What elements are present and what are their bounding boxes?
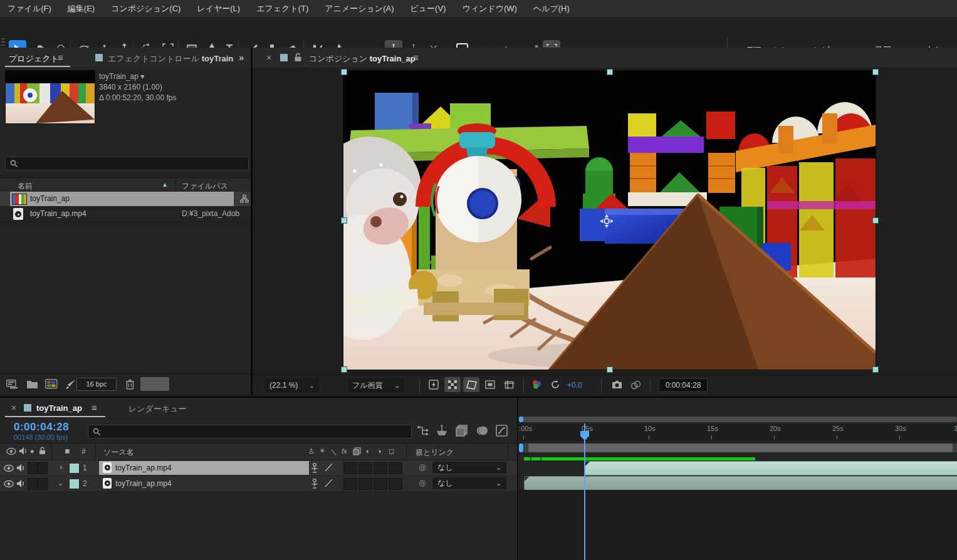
comp-mini-flowchart-icon[interactable] — [417, 425, 429, 436]
selection-handle-bottom-left[interactable] — [341, 366, 347, 373]
layer-3d-cell[interactable] — [389, 478, 402, 490]
selection-handle-top-left[interactable] — [341, 69, 347, 75]
menu-window[interactable]: ウィンドウ(W) — [462, 3, 516, 14]
project-row-comp[interactable]: toyTrain_ap — [0, 192, 251, 206]
reset-exposure-icon[interactable] — [547, 377, 563, 392]
number-column[interactable]: # — [81, 447, 86, 456]
adjustment-column-icon[interactable]: ◑ — [377, 447, 382, 455]
menu-effect[interactable]: エフェクト(T) — [256, 3, 308, 14]
project-settings-icon[interactable] — [65, 379, 76, 390]
panel-resize-swatch[interactable] — [140, 377, 169, 391]
mask-visibility-icon[interactable] — [463, 377, 479, 392]
lock-column-icon[interactable] — [39, 447, 46, 455]
collapse-column-icon[interactable]: ✳ — [320, 447, 325, 454]
bit-depth-button[interactable]: 16 bpc — [76, 378, 117, 391]
fast-previews-icon[interactable] — [426, 377, 442, 392]
lock-icon[interactable] — [294, 53, 302, 62]
work-area-bar[interactable] — [524, 443, 957, 452]
tab-timeline-comp[interactable]: toyTrain_ap — [36, 403, 82, 413]
motion-blur-icon[interactable] — [476, 425, 488, 436]
motion-blur-column-icon[interactable]: ◐ — [366, 447, 370, 455]
label-column-icon[interactable]: ◆ — [61, 446, 71, 456]
layer-quality-icon[interactable]: ／ — [325, 462, 333, 473]
snapshot-icon[interactable] — [609, 377, 625, 392]
comp-tab-label[interactable]: コンポジション toyTrain_ap — [309, 53, 416, 65]
menu-animation[interactable]: アニメーション(A) — [325, 3, 394, 14]
timeline-search-input[interactable] — [88, 425, 412, 438]
sort-asc-icon[interactable]: ▲ — [162, 181, 168, 188]
fx-column-icon[interactable]: fx — [342, 447, 347, 455]
parent-pickwhip-icon[interactable]: ◎ — [419, 462, 426, 472]
layer-video-eye-icon[interactable] — [4, 465, 14, 472]
selection-handle-bottom-right[interactable] — [872, 366, 879, 373]
tab-project[interactable]: プロジェクト — [9, 53, 59, 65]
selection-handle-mid-left[interactable] — [341, 217, 347, 224]
selection-handle-bottom-center[interactable] — [607, 366, 613, 373]
trash-icon[interactable] — [125, 379, 135, 390]
layer-name-cell[interactable]: toyTrain_ap.mp4 — [99, 461, 309, 475]
parent-dropdown[interactable]: なし⌄ — [432, 462, 506, 474]
layer-1-duration-bar[interactable] — [585, 461, 957, 475]
solo-column-icon[interactable]: ● — [30, 447, 34, 455]
selection-handle-top-center[interactable] — [607, 69, 613, 75]
video-column-icon[interactable] — [6, 448, 16, 455]
tab-effect-controls[interactable]: エフェクトコントロール toyTrain_ap. — [108, 53, 233, 65]
layer-label-color[interactable] — [69, 463, 80, 474]
layer-audio-icon[interactable] — [16, 479, 24, 488]
footage-title[interactable]: toyTrain_ap ▾ — [99, 71, 176, 82]
layer-solo-cell[interactable] — [28, 462, 38, 474]
menu-composition[interactable]: コンポジション(C) — [111, 3, 180, 14]
layer-2-duration-bar[interactable] — [524, 476, 957, 490]
frame-blending-icon[interactable] — [456, 425, 468, 437]
channel-color-icon[interactable] — [528, 377, 545, 392]
comp-current-time[interactable]: 0:00:04:28 — [659, 378, 708, 392]
quality-column-icon[interactable]: ＼ — [330, 447, 337, 457]
cube-column-icon[interactable]: ◻ — [389, 447, 394, 455]
menu-layer[interactable]: レイヤー(L) — [197, 3, 240, 14]
show-snapshot-icon[interactable] — [627, 377, 644, 392]
navigator-start-handle[interactable] — [519, 417, 523, 422]
timeline-tab-close-icon[interactable]: × — [11, 403, 16, 413]
layer-motion-blur-cell[interactable] — [374, 478, 387, 490]
parent-dropdown[interactable]: なし⌄ — [432, 477, 506, 489]
footage-thumbnail[interactable] — [5, 70, 95, 124]
time-navigator[interactable] — [519, 417, 957, 422]
new-folder-icon[interactable] — [26, 380, 38, 389]
parent-pickwhip-icon[interactable]: ◎ — [419, 478, 426, 487]
work-area-end-handle[interactable] — [953, 443, 957, 452]
menu-help[interactable]: ヘルプ(H) — [533, 3, 570, 14]
region-of-interest-toggle-icon[interactable] — [482, 377, 498, 392]
source-name-column[interactable]: ソース名 — [103, 447, 134, 458]
layer-audio-icon[interactable] — [16, 464, 24, 472]
comp-tab-close-icon[interactable]: × — [266, 53, 271, 63]
layer-frame-blend-cell[interactable] — [358, 462, 372, 474]
layer-shy-icon[interactable] — [311, 463, 318, 473]
column-file-path[interactable]: ファイルパス — [182, 181, 228, 192]
layer-3d-cell[interactable] — [389, 462, 402, 474]
layer-motion-blur-cell[interactable] — [374, 462, 387, 474]
layer-label-color[interactable] — [69, 479, 80, 489]
project-row-footage[interactable]: toyTrain_ap.mp4 D:¥3_pixta_Adob — [0, 207, 251, 221]
guides-grid-options-icon[interactable] — [501, 377, 517, 392]
layer-lock-cell[interactable] — [38, 478, 48, 490]
selection-handle-mid-right[interactable] — [872, 217, 879, 224]
menu-file[interactable]: ファイル(F) — [8, 3, 51, 14]
resolution-dropdown[interactable]: フル画質⌄ — [348, 378, 404, 392]
work-area-start-handle[interactable] — [524, 443, 528, 452]
exposure-value[interactable]: +0.0 — [567, 381, 582, 390]
work-area-left-pill[interactable] — [519, 443, 523, 452]
layer-anchor-point-icon[interactable] — [599, 214, 614, 229]
layer-quality-icon[interactable]: ／ — [325, 477, 333, 489]
layer-expander-icon[interactable]: ⌄ — [58, 479, 63, 487]
layer-row-2[interactable]: ⌄ 2 toyTrain_ap.mp4 ／ ◎ なし⌄ — [0, 476, 517, 492]
new-composition-icon[interactable] — [45, 379, 58, 389]
shy-column-icon[interactable]: ♙ — [308, 447, 315, 455]
layer-solo-cell[interactable] — [28, 478, 38, 490]
timeline-tab-menu-icon[interactable]: ≡ — [92, 402, 97, 413]
layer-fx-cell[interactable] — [343, 462, 357, 474]
transparency-grid-icon[interactable] — [444, 377, 461, 392]
current-time-indicator-line[interactable] — [584, 423, 585, 560]
layer-expander-icon[interactable]: › — [60, 462, 62, 472]
layer-row-1[interactable]: › 1 toyTrain_ap.mp4 ／ ◎ なし⌄ — [0, 460, 517, 476]
flowchart-icon[interactable] — [240, 195, 249, 203]
